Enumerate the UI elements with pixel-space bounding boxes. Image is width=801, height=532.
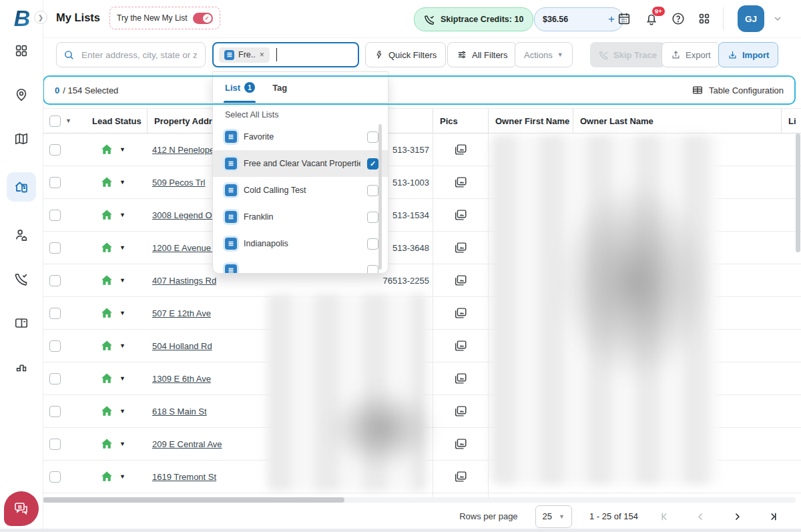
help-button[interactable] — [670, 10, 687, 27]
column-pics[interactable]: Pics — [433, 109, 488, 133]
caret-down-icon[interactable]: ▼ — [119, 179, 125, 186]
column-owner-first-name[interactable]: Owner First Name — [488, 109, 573, 133]
search-input[interactable] — [80, 49, 198, 61]
export-button[interactable]: Export — [661, 42, 720, 67]
list-item[interactable]: Franklin — [213, 204, 388, 230]
pics-icon[interactable] — [453, 273, 468, 288]
list-item[interactable]: Indianapolis — [213, 230, 388, 257]
lead-status-cell[interactable]: ▼ — [85, 428, 147, 460]
row-checkbox[interactable] — [49, 177, 61, 188]
property-address-link[interactable]: 3008 Legend Oa — [152, 210, 217, 220]
lead-status-cell[interactable]: ▼ — [85, 232, 147, 264]
row-checkbox[interactable] — [49, 242, 61, 254]
property-address-link[interactable]: 618 S Main St — [152, 407, 207, 417]
add-funds-button[interactable]: + — [608, 13, 615, 26]
previous-page-button[interactable] — [692, 507, 710, 526]
property-address-link[interactable]: 407 Hastings Rd — [152, 276, 216, 286]
caret-down-icon[interactable]: ▼ — [119, 277, 125, 284]
pics-icon[interactable] — [453, 175, 468, 190]
import-button[interactable]: Import — [718, 42, 778, 67]
table-configuration-button[interactable]: Table Configuration — [692, 84, 784, 96]
horizontal-scrollbar[interactable] — [43, 497, 796, 503]
try-new-my-list-pill[interactable]: Try the New My List ✓ — [109, 7, 220, 29]
list-filter-chip[interactable]: Fre.. × — [219, 47, 270, 63]
pics-icon[interactable] — [453, 306, 468, 320]
list-item-checkbox[interactable] — [367, 265, 378, 274]
list-item[interactable]: Free and Clear Vacant Properties ...✓ — [213, 150, 388, 177]
row-checkbox[interactable] — [49, 340, 61, 352]
list-item-checkbox[interactable] — [367, 131, 378, 143]
pics-icon[interactable] — [453, 208, 468, 222]
column-lead-status[interactable]: Lead Status — [85, 109, 147, 133]
property-address-link[interactable]: 504 Holland Rd — [152, 341, 212, 351]
notifications-button[interactable]: 9+ — [643, 10, 660, 27]
pics-icon[interactable] — [453, 240, 468, 255]
caret-down-icon[interactable]: ▼ — [119, 146, 125, 153]
lead-status-cell[interactable]: ▼ — [85, 166, 147, 198]
list-filter-combobox[interactable]: Fre.. × — [212, 42, 359, 67]
sidebar-item-dashboard[interactable] — [7, 40, 36, 61]
column-list[interactable]: Li — [781, 109, 801, 133]
lead-status-cell[interactable]: ▼ — [85, 199, 147, 231]
row-checkbox[interactable] — [49, 275, 61, 286]
avatar[interactable]: GJ — [738, 5, 764, 32]
list-item-checkbox[interactable] — [367, 238, 378, 250]
list-item-checkbox[interactable] — [367, 212, 378, 223]
list-item-checkbox[interactable] — [367, 185, 378, 196]
property-address-link[interactable]: 1309 E 6th Ave — [152, 374, 211, 384]
property-address-link[interactable]: 1200 E Avenue I — [152, 243, 216, 253]
support-chat-widget[interactable]: B — [4, 491, 39, 526]
sidebar-expand-button[interactable]: ❯ — [34, 11, 47, 24]
row-checkbox[interactable] — [49, 471, 61, 483]
next-page-button[interactable] — [728, 507, 746, 526]
sidebar-item-property-search[interactable] — [7, 84, 36, 105]
lead-status-cell[interactable]: ▼ — [85, 264, 147, 296]
sidebar-item-analytics[interactable] — [7, 356, 36, 378]
pics-icon[interactable] — [453, 404, 468, 419]
caret-down-icon[interactable]: ▼ — [119, 342, 125, 349]
all-filters-button[interactable]: All Filters — [447, 42, 517, 67]
quick-filters-button[interactable]: Quick Filters — [365, 42, 446, 67]
sidebar-item-calls[interactable] — [7, 268, 36, 290]
property-address-link[interactable]: 1619 Tremont St — [152, 472, 216, 482]
row-checkbox[interactable] — [49, 210, 61, 221]
lead-status-cell[interactable]: ▼ — [85, 362, 147, 394]
row-checkbox[interactable] — [49, 439, 61, 450]
property-address-link[interactable]: 507 E 12th Ave — [152, 308, 211, 318]
row-checkbox[interactable] — [49, 373, 61, 384]
vertical-scrollbar[interactable] — [796, 134, 800, 252]
sidebar-item-contacts[interactable] — [7, 312, 36, 334]
list-item[interactable]: Favorite — [213, 123, 388, 150]
pics-icon[interactable] — [453, 437, 468, 451]
address-search[interactable] — [56, 42, 206, 67]
list-item[interactable]: Cold Calling Test — [213, 177, 388, 204]
rows-per-page-select[interactable]: 25 ▼ — [535, 505, 572, 528]
property-address-link[interactable]: 209 E Central Ave — [152, 439, 222, 449]
app-logo[interactable]: B — [7, 3, 37, 33]
tab-list[interactable]: List 1 — [225, 82, 255, 93]
caret-down-icon[interactable]: ▼ — [119, 473, 125, 480]
caret-down-icon[interactable]: ▼ — [119, 310, 125, 316]
list-item-checkbox[interactable]: ✓ — [367, 158, 378, 170]
lead-status-cell[interactable]: ▼ — [85, 395, 147, 427]
caret-down-icon[interactable]: ▼ — [119, 441, 125, 447]
account-menu-button[interactable] — [772, 13, 783, 24]
dropdown-scrollbar[interactable] — [378, 124, 382, 270]
lead-status-cell[interactable]: ▼ — [85, 297, 147, 329]
caret-down-icon[interactable]: ▼ — [119, 408, 125, 415]
sidebar-item-map[interactable] — [7, 128, 36, 150]
apps-button[interactable] — [696, 10, 713, 27]
first-page-button[interactable] — [655, 507, 674, 526]
lead-status-cell[interactable]: ▼ — [85, 461, 147, 493]
sidebar-item-owners[interactable] — [7, 224, 36, 246]
row-checkbox[interactable] — [49, 308, 61, 319]
row-checkbox[interactable] — [49, 144, 61, 156]
lead-status-cell[interactable]: ▼ — [85, 134, 147, 166]
pics-icon[interactable] — [453, 338, 468, 353]
chip-remove-icon[interactable]: × — [260, 50, 264, 59]
list-item[interactable] — [213, 257, 388, 274]
caret-down-icon[interactable]: ▼ — [119, 375, 125, 382]
lead-status-cell[interactable]: ▼ — [85, 330, 147, 362]
pics-icon[interactable] — [453, 142, 468, 157]
skiptrace-credits-pill[interactable]: Skiptrace Credits: 10 — [414, 7, 533, 31]
